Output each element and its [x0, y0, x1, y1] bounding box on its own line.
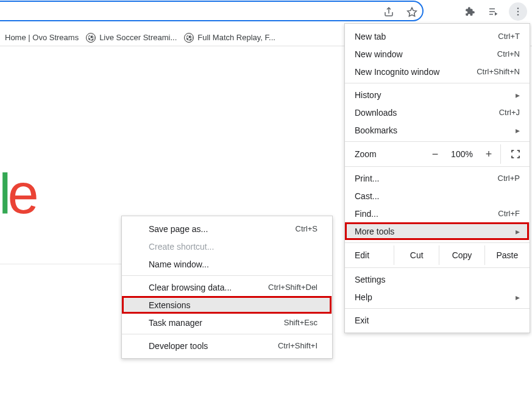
menu-separator — [122, 334, 332, 334]
submenu-developer-tools[interactable]: Developer tools Ctrl+Shift+I — [122, 337, 332, 354]
menu-separator — [345, 166, 530, 167]
zoom-level: 100% — [447, 149, 477, 159]
menu-exit[interactable]: Exit — [345, 311, 530, 329]
main-menu: New tab Ctrl+T New window Ctrl+N New Inc… — [344, 23, 530, 333]
soccer-icon: ⚽ — [184, 33, 194, 43]
submenu-task-manager[interactable]: Task manager Shift+Esc — [122, 314, 332, 331]
menu-separator — [122, 275, 332, 276]
menu-print[interactable]: Print... Ctrl+P — [345, 169, 530, 187]
zoom-in-button[interactable]: + — [477, 149, 500, 160]
bookmark-label: Home | Ovo Streams — [5, 33, 79, 42]
menu-zoom-row: Zoom − 100% + — [345, 144, 530, 164]
share-icon[interactable] — [381, 5, 396, 19]
menu-find[interactable]: Find... Ctrl+F — [345, 205, 530, 222]
more-tools-submenu: Save page as... Ctrl+S Create shortcut..… — [121, 216, 333, 359]
menu-separator — [345, 308, 530, 309]
zoom-out-button[interactable]: − — [424, 149, 447, 160]
bookmark-item[interactable]: Home | Ovo Streams — [5, 33, 79, 42]
svg-point-6 — [517, 14, 519, 15]
address-bar-outline[interactable] — [0, 1, 424, 21]
submenu-create-shortcut: Create shortcut... — [122, 238, 332, 255]
chevron-right-icon: ▸ — [516, 227, 520, 236]
chevron-right-icon: ▸ — [516, 90, 520, 100]
menu-bookmarks[interactable]: Bookmarks ▸ — [345, 121, 530, 139]
bookmark-label: Live Soccer Streami... — [99, 33, 177, 42]
menu-help[interactable]: Help ▸ — [345, 288, 530, 306]
menu-new-incognito[interactable]: New Incognito window Ctrl+Shift+N — [345, 63, 530, 80]
divider — [0, 264, 122, 264]
menu-separator — [345, 83, 530, 83]
fullscreen-button[interactable] — [500, 144, 530, 164]
zoom-label: Zoom — [355, 149, 424, 159]
paste-button[interactable]: Paste — [484, 245, 530, 265]
submenu-name-window[interactable]: Name window... — [122, 255, 332, 273]
menu-new-tab[interactable]: New tab Ctrl+T — [345, 27, 530, 45]
soccer-icon: ⚽ — [86, 33, 96, 43]
bookmark-item[interactable]: ⚽ Live Soccer Streami... — [86, 33, 177, 43]
menu-settings[interactable]: Settings — [345, 270, 530, 288]
edit-label: Edit — [345, 250, 394, 260]
submenu-clear-browsing-data[interactable]: Clear browsing data... Ctrl+Shift+Del — [122, 278, 332, 296]
svg-point-4 — [517, 8, 519, 9]
menu-cast[interactable]: Cast... — [345, 187, 530, 205]
cut-button[interactable]: Cut — [394, 245, 439, 265]
bookmark-item[interactable]: ⚽ Full Match Replay, F... — [184, 33, 275, 43]
extensions-icon[interactable] — [463, 4, 477, 19]
google-logo-partial: le — [0, 162, 35, 226]
copy-button[interactable]: Copy — [439, 245, 484, 265]
bookmark-label: Full Match Replay, F... — [197, 33, 275, 42]
chevron-right-icon: ▸ — [516, 125, 520, 135]
chevron-right-icon: ▸ — [516, 292, 520, 302]
menu-separator — [345, 242, 530, 243]
submenu-extensions[interactable]: Extensions — [122, 296, 332, 314]
menu-history[interactable]: History ▸ — [345, 86, 530, 104]
media-control-icon[interactable] — [486, 4, 500, 19]
menu-separator — [345, 267, 530, 268]
submenu-save-page[interactable]: Save page as... Ctrl+S — [122, 220, 332, 238]
menu-edit-row: Edit Cut Copy Paste — [345, 245, 530, 265]
svg-marker-0 — [408, 8, 417, 16]
menu-separator — [345, 141, 530, 142]
menu-downloads[interactable]: Downloads Ctrl+J — [345, 104, 530, 121]
menu-new-window[interactable]: New window Ctrl+N — [345, 45, 530, 63]
menu-more-tools[interactable]: More tools ▸ — [345, 222, 530, 240]
main-menu-button[interactable] — [509, 2, 527, 21]
star-icon[interactable] — [405, 5, 419, 19]
svg-point-5 — [517, 11, 519, 12]
